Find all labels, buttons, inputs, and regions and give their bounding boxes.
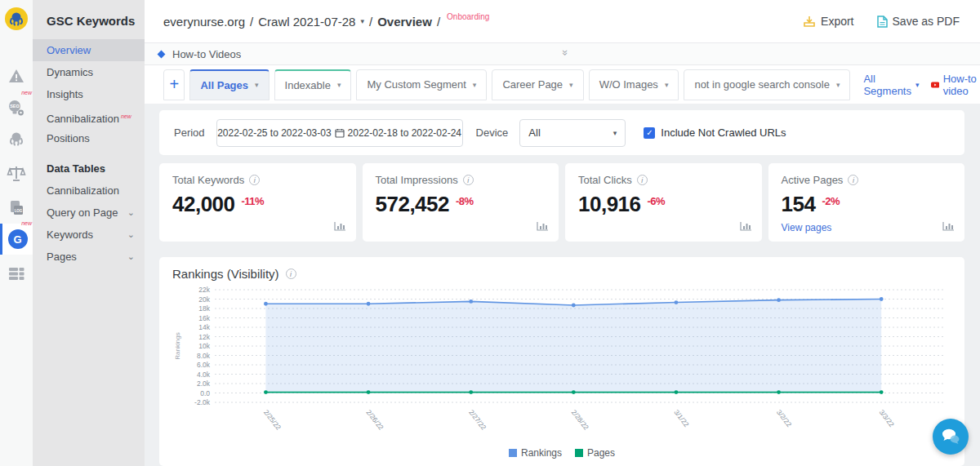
delta-badge: -8% xyxy=(456,195,474,207)
content: Period 2022-02-25 to 2022-03-03 2022-02-… xyxy=(145,104,980,466)
legend-swatch-rankings xyxy=(509,449,517,457)
octopus-logo-icon xyxy=(5,7,28,30)
svg-text:0.0: 0.0 xyxy=(200,389,210,397)
svg-text:SEO: SEO xyxy=(10,104,20,109)
svg-text:2/25/22: 2/25/22 xyxy=(262,408,283,432)
svg-text:12k: 12k xyxy=(198,333,210,341)
total-keywords-value: 42,000-11% xyxy=(172,192,343,217)
rail-item-gsc-keywords[interactable]: new G xyxy=(0,224,33,255)
save-as-pdf-button[interactable]: Save as PDF xyxy=(877,15,960,28)
caret-down-icon[interactable]: ▾ xyxy=(360,17,364,25)
mini-chart-icon[interactable] xyxy=(942,221,955,233)
rail-item-logs[interactable]: LOG xyxy=(0,193,33,224)
page-header: everynurse.org / Crawl 2021-07-28 ▾ / Ov… xyxy=(145,0,980,43)
chat-bubbles-icon xyxy=(941,428,960,446)
svg-text:-2.0k: -2.0k xyxy=(194,398,211,406)
all-segments-link[interactable]: All Segments▾ xyxy=(863,73,919,97)
sidebar-item-cannibalization-table[interactable]: Cannibalization xyxy=(33,180,145,202)
rankings-chart[interactable]: 22k20k18k16k14k12k10k8.0k6.0k4.0k2.0k0.0… xyxy=(172,286,953,444)
info-icon[interactable]: i xyxy=(848,175,858,185)
legend-rankings[interactable]: Rankings xyxy=(509,447,562,459)
sidebar-item-keywords[interactable]: Keywords⌄ xyxy=(33,224,145,246)
tab-indexable[interactable]: Indexable▾ xyxy=(274,69,352,100)
period-range-input[interactable]: 2022-02-25 to 2022-03-03 2022-02-18 to 2… xyxy=(216,119,463,147)
breadcrumb-crawl[interactable]: Crawl 2021-07-28 xyxy=(258,15,355,29)
chart-legend: Rankings Pages xyxy=(172,447,951,459)
svg-text:14k: 14k xyxy=(198,323,210,331)
caret-down-icon: ▾ xyxy=(613,129,617,137)
tab-wo-images[interactable]: W/O Images▾ xyxy=(589,69,679,100)
sidebar-item-cannibalization[interactable]: Cannibalizationnew xyxy=(33,105,145,127)
sidebar-item-insights[interactable]: Insights xyxy=(33,83,145,105)
stat-cards: Total Keywordsi 42,000-11% Total Impress… xyxy=(159,163,964,242)
diamond-icon xyxy=(156,49,167,60)
device-select[interactable]: All ▾ xyxy=(519,119,626,147)
export-button[interactable]: Export xyxy=(803,15,853,28)
add-segment-button[interactable]: + xyxy=(163,69,185,100)
filters-panel: Period 2022-02-25 to 2022-03-03 2022-02-… xyxy=(159,110,964,155)
main-area: everynurse.org / Crawl 2021-07-28 ▾ / Ov… xyxy=(145,0,980,466)
info-icon[interactable]: i xyxy=(463,175,474,185)
caret-down-icon: ▾ xyxy=(337,81,341,89)
svg-text:20k: 20k xyxy=(198,295,210,304)
delta-badge: -6% xyxy=(648,195,666,207)
new-badge: new xyxy=(21,90,32,95)
caret-down-icon: ▾ xyxy=(665,81,669,89)
caret-down-icon: ▾ xyxy=(569,81,573,89)
onboarding-link[interactable]: Onboarding xyxy=(447,12,489,21)
card-total-clicks: Total Clicksi 10,916-6% xyxy=(565,163,762,242)
sidebar-title: GSC Keywords xyxy=(33,0,145,39)
active-pages-value: 154-2% xyxy=(782,192,952,217)
sidebar-item-overview[interactable]: Overview xyxy=(33,39,145,61)
info-icon[interactable]: i xyxy=(249,175,260,185)
rail-item-crawler[interactable] xyxy=(0,124,33,155)
sidebar-item-pages[interactable]: Pages⌄ xyxy=(33,246,145,268)
svg-text:6.0k: 6.0k xyxy=(197,361,211,369)
howto-video-link[interactable]: How-to video xyxy=(931,73,980,97)
warning-triangle-icon xyxy=(7,68,25,84)
svg-text:4.0k: 4.0k xyxy=(197,371,211,379)
sidebar-item-positions[interactable]: Positions xyxy=(33,127,145,149)
tab-my-custom-segment[interactable]: My Custom Segment▾ xyxy=(356,69,487,100)
sidebar-item-query-on-page[interactable]: Query on Page⌄ xyxy=(33,202,145,224)
caret-down-icon: ▾ xyxy=(836,81,840,89)
mini-chart-icon[interactable] xyxy=(740,221,752,233)
info-icon[interactable]: i xyxy=(637,175,648,185)
breadcrumb-site[interactable]: everynurse.org xyxy=(163,15,245,29)
mini-chart-icon[interactable] xyxy=(537,221,549,233)
rail-item-compare[interactable] xyxy=(0,158,33,189)
chat-widget-button[interactable] xyxy=(933,419,969,455)
info-icon[interactable]: i xyxy=(286,269,296,279)
total-impressions-value: 572,452-8% xyxy=(376,192,546,217)
caret-down-icon: ▾ xyxy=(255,81,259,89)
rail-item-seo-ideas[interactable]: new SEO xyxy=(0,93,33,124)
breadcrumb: everynurse.org / Crawl 2021-07-28 ▾ / Ov… xyxy=(163,15,489,29)
card-active-pages: Active Pagesi 154-2% View pages xyxy=(768,163,965,242)
legend-pages[interactable]: Pages xyxy=(575,447,615,459)
seo-bulb-gear-icon: SEO xyxy=(7,99,26,118)
include-not-crawled-checkbox[interactable]: ✓ Include Not Crawled URLs xyxy=(644,126,786,139)
rail-item-alerts[interactable] xyxy=(0,60,33,91)
tab-career-page[interactable]: Career Page▾ xyxy=(492,69,583,100)
chart-title: Rankings (Visibility) xyxy=(172,267,279,281)
tab-not-in-gsc[interactable]: not in google search console▾ xyxy=(684,69,850,100)
export-icon xyxy=(803,16,816,27)
tab-all-pages[interactable]: All Pages▾ xyxy=(189,69,269,100)
segment-tabs: + All Pages▾ Indexable▾ My Custom Segmen… xyxy=(145,65,980,104)
jetoctopus-logo[interactable] xyxy=(0,3,33,34)
new-badge: new xyxy=(121,113,131,119)
svg-text:3/2/22: 3/2/22 xyxy=(775,408,794,428)
collapse-chevrons-icon[interactable]: » xyxy=(559,50,572,55)
mini-chart-icon[interactable] xyxy=(334,221,346,233)
svg-text:18k: 18k xyxy=(198,304,210,313)
sidebar-item-dynamics[interactable]: Dynamics xyxy=(33,61,145,83)
period-label: Period xyxy=(174,126,205,139)
rail-item-data-rows[interactable] xyxy=(0,258,33,289)
view-pages-link[interactable]: View pages xyxy=(782,222,832,233)
device-label: Device xyxy=(476,126,509,139)
segment-links: All Segments▾ How-to video xyxy=(863,73,980,97)
howto-videos-bar[interactable]: How-to Videos » xyxy=(145,43,980,65)
breadcrumb-page: Overview xyxy=(377,15,432,29)
sidebar-section-data-tables: Data Tables xyxy=(33,149,145,180)
svg-text:16k: 16k xyxy=(198,314,210,322)
